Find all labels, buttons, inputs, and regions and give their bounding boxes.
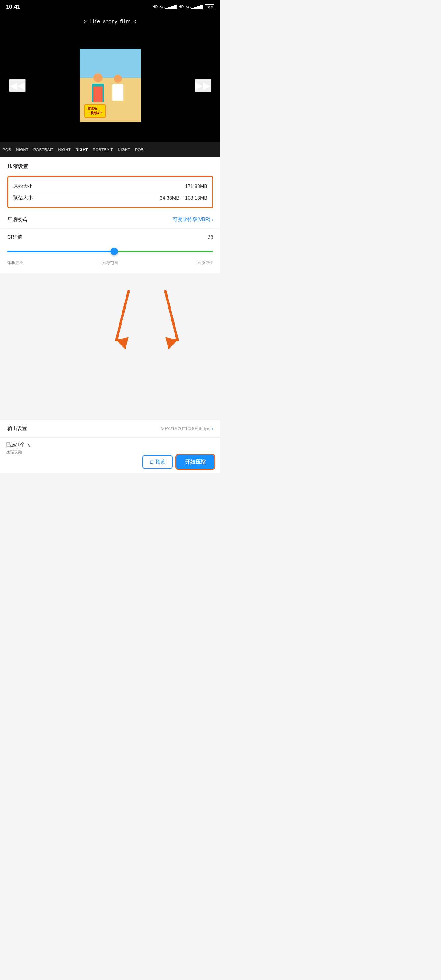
vendor-sign: 窝窝头 一块钱4个	[84, 105, 106, 118]
output-chevron-icon: ›	[212, 426, 213, 431]
filter-item-3[interactable]: NIGHT	[58, 147, 70, 152]
preview-label: 预览	[156, 459, 166, 465]
output-settings-label: 输出设置	[7, 425, 27, 432]
selected-count: 已选:1个	[6, 442, 25, 448]
slider-thumb[interactable]	[111, 248, 118, 255]
forward-button[interactable]: ▶▶	[195, 79, 211, 92]
video-player: > Life story film < ◀◀ 窝窝头 一块钱4个 ▶▶	[0, 13, 221, 142]
output-section: 输出设置 MP4/1920*1080/60 fps ›	[0, 420, 221, 438]
original-size-value: 171.88MB	[185, 184, 207, 189]
crf-label: CRF值	[7, 234, 22, 240]
chevron-right-icon: ›	[212, 218, 213, 222]
filter-item-5[interactable]: PORTRAIT	[93, 147, 113, 152]
video-title: > Life story film <	[83, 18, 137, 25]
status-bar: 10:41 HD 5G▂▄▆█ HD 5G▂▄▆█ 70%	[0, 0, 221, 13]
output-settings-row[interactable]: 输出设置 MP4/1920*1080/60 fps ›	[0, 420, 221, 438]
original-size-row: 原始大小 171.88MB	[13, 181, 207, 192]
filter-item-0[interactable]: POR	[2, 147, 11, 152]
compression-settings-header: 压缩设置	[0, 157, 221, 173]
crf-slider[interactable]	[7, 245, 213, 258]
filter-item-2[interactable]: PORTRAIT	[33, 147, 54, 152]
annotation-arrows	[104, 285, 196, 407]
video-thumbnail: 窝窝头 一块钱4个	[80, 49, 141, 122]
estimated-size-label: 预估大小	[13, 195, 33, 201]
preview-icon: ⊡	[150, 459, 154, 465]
compression-mode-label: 压缩模式	[7, 216, 27, 223]
bottom-actions: ⊡ 预览 开始压缩	[6, 455, 214, 469]
compress-video-label: 压缩视频	[6, 449, 214, 455]
slider-label-mid: 推荐范围	[102, 260, 118, 266]
size-info-box: 原始大小 171.88MB 预估大小 34.38MB ~ 103.13MB	[7, 176, 213, 208]
slider-track	[7, 250, 213, 252]
filter-item-7[interactable]: POR	[135, 147, 143, 152]
signal-bars-1: 5G▂▄▆█	[159, 5, 177, 9]
crf-value: 28	[208, 235, 213, 240]
status-icons: HD 5G▂▄▆█ HD 5G▂▄▆█ 70%	[153, 4, 214, 10]
slider-label-max: 画质最佳	[197, 260, 213, 266]
compression-mode-row[interactable]: 压缩模式 可变比特率(VBR) ›	[0, 211, 221, 229]
slider-labels: 体积最小 推荐范围 画质最佳	[7, 258, 213, 270]
compression-mode-value[interactable]: 可变比特率(VBR) ›	[173, 216, 213, 223]
bottom-bar: 已选:1个 ∧ 压缩视频 ⊡ 预览 开始压缩	[0, 438, 221, 473]
start-compress-button[interactable]: 开始压缩	[177, 455, 214, 469]
preview-button[interactable]: ⊡ 预览	[142, 455, 173, 469]
bottom-bar-top: 已选:1个 ∧	[6, 442, 214, 448]
battery-indicator: 70%	[205, 4, 214, 10]
annotation-area	[0, 273, 221, 420]
crf-section: CRF值 28 体积最小 推荐范围 画质最佳	[0, 229, 221, 273]
signal-icon-1: HD	[153, 5, 158, 9]
signal-bars-2: 5G▂▄▆█	[186, 5, 203, 9]
estimated-size-row: 预估大小 34.38MB ~ 103.13MB	[13, 192, 207, 204]
status-time: 10:41	[6, 4, 20, 10]
filter-item-4[interactable]: NIGHT	[76, 147, 88, 152]
chevron-up-icon[interactable]: ∧	[27, 442, 30, 447]
slider-track-right	[114, 250, 213, 252]
vendor-figure	[89, 73, 107, 104]
filter-item-6[interactable]: NIGHT	[118, 147, 130, 152]
settings-panel: 压缩设置 原始大小 171.88MB 预估大小 34.38MB ~ 103.13…	[0, 157, 221, 273]
original-size-label: 原始大小	[13, 183, 33, 189]
output-settings-value[interactable]: MP4/1920*1080/60 fps ›	[161, 426, 213, 431]
filter-strip[interactable]: POR NIGHT PORTRAIT NIGHT NIGHT PORTRAIT …	[0, 142, 221, 157]
signal-icon-2: HD	[178, 5, 184, 9]
crf-header: CRF值 28	[7, 234, 213, 240]
start-compress-wrapper: 开始压缩	[177, 455, 214, 469]
estimated-size-value: 34.38MB ~ 103.13MB	[160, 196, 207, 201]
figure-2	[110, 75, 126, 102]
video-thumbnail-wrapper: ◀◀ 窝窝头 一块钱4个 ▶▶	[0, 29, 221, 142]
rewind-button[interactable]: ◀◀	[9, 79, 26, 92]
slider-label-min: 体积最小	[7, 260, 23, 266]
slider-track-left	[7, 250, 114, 252]
filter-item-1[interactable]: NIGHT	[16, 147, 28, 152]
